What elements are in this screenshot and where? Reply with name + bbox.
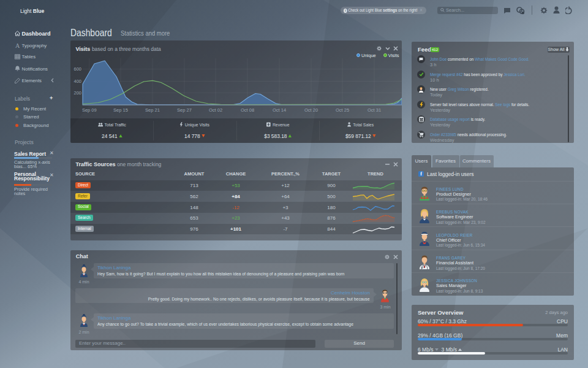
svg-text:Sep 27: Sep 27 <box>177 107 192 113</box>
svg-text:Oct 25: Oct 25 <box>336 107 349 113</box>
svg-text:Sep 21: Sep 21 <box>145 107 160 113</box>
svg-text:Oct 31: Oct 31 <box>368 107 381 113</box>
svg-text:Oct 20: Oct 20 <box>304 107 318 113</box>
svg-text:Oct 08: Oct 08 <box>241 107 254 113</box>
svg-text:600: 600 <box>74 66 81 72</box>
svg-text:Sep 15: Sep 15 <box>113 107 128 113</box>
svg-text:Sep 09: Sep 09 <box>82 107 97 113</box>
svg-text:400: 400 <box>74 79 81 84</box>
svg-text:Oct 14: Oct 14 <box>273 107 286 113</box>
svg-text:200: 200 <box>74 90 81 96</box>
svg-text:Oct 02: Oct 02 <box>209 107 222 113</box>
